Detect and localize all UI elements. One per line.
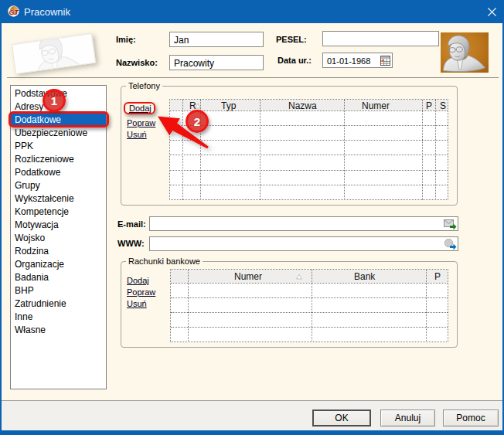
svg-text:GT: GT (9, 8, 20, 16)
